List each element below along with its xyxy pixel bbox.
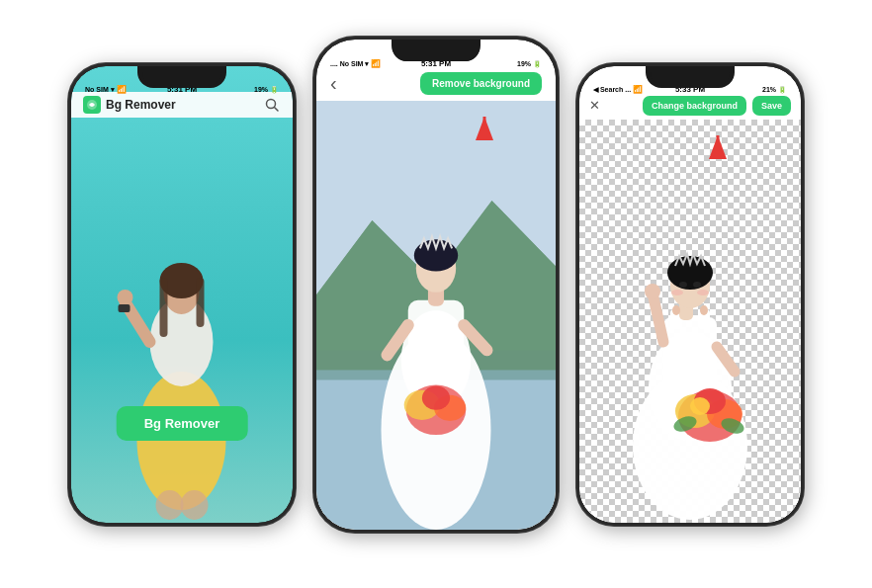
svg-rect-9 [197,278,205,327]
wifi-icon-2: 📶 [371,59,381,68]
status-time-1: 5:31 PM [167,85,197,94]
save-button[interactable]: Save [752,96,791,116]
svg-point-48 [645,284,660,299]
svg-line-47 [654,297,663,342]
nav-bar-2: ‹ Remove background [316,66,556,101]
status-left-2: .... No SIM ▾ 📶 [330,59,381,68]
svg-point-30 [422,385,450,409]
phone-3: ◀ Search ... 📶 5:33 PM 21% 🔋 ✕ Change ba… [576,63,804,526]
notch-1 [142,66,221,86]
svg-point-24 [414,239,458,271]
close-button[interactable]: ✕ [589,98,600,113]
signal-text-1: No SIM ▾ [85,86,115,94]
change-background-button[interactable]: Change background [643,96,746,116]
svg-point-44 [693,282,701,288]
bg-remover-button[interactable]: Bg Remover [117,406,248,441]
phone-2: .... No SIM ▾ 📶 5:31 PM 19% 🔋 ‹ Remove b… [313,37,559,533]
wifi-icon-1: 📶 [117,85,127,94]
phone-frame-1: No SIM ▾ 📶 5:31 PM 19% 🔋 Bg Remover [68,63,296,526]
photo-area-2 [316,101,556,530]
phone-screen-3: ◀ Search ... 📶 5:33 PM 21% 🔋 ✕ Change ba… [579,66,801,523]
svg-rect-8 [160,278,168,337]
svg-point-13 [181,490,209,520]
phone-screen-1: No SIM ▾ 📶 5:31 PM 19% 🔋 Bg Remover [71,66,293,523]
woman-figure-1 [91,125,274,520]
photo-area-3 [579,120,801,523]
notch-2 [392,40,480,61]
notch-3 [651,66,730,86]
svg-point-12 [156,490,184,520]
nav-right-3: Change background Save [643,96,791,116]
signal-text-2: .... No SIM ▾ [330,60,369,68]
svg-point-39 [672,305,680,315]
back-button[interactable]: ‹ [330,72,337,95]
status-time-3: 5:33 PM [675,85,705,94]
signal-text-3: ◀ Search ... [593,86,631,94]
wifi-icon-3: 📶 [633,85,643,94]
bride-figure-3 [596,120,784,523]
status-left-1: No SIM ▾ 📶 [85,85,127,94]
logo-icon [83,96,101,114]
app-name: Bg Remover [106,98,176,112]
status-right-1: 19% 🔋 [254,86,279,94]
app-bar-1: Bg Remover [71,92,293,118]
app-logo: Bg Remover [83,96,176,114]
status-right-2: 19% 🔋 [517,60,542,68]
svg-point-4 [137,372,226,510]
svg-point-43 [679,282,687,288]
nav-left-3: ✕ [589,98,600,113]
photo-area-1: Bg Remover [71,118,293,520]
phone-frame-2: .... No SIM ▾ 📶 5:31 PM 19% 🔋 ‹ Remove b… [313,37,559,533]
svg-line-2 [275,107,279,111]
svg-point-45 [671,290,683,295]
svg-rect-14 [119,304,131,312]
nav-bar-3: ✕ Change background Save [579,92,801,120]
search-icon-1[interactable] [263,96,281,114]
background-2 [316,101,556,530]
svg-point-11 [118,290,133,305]
status-right-3: 21% 🔋 [762,86,787,94]
svg-rect-21 [408,299,465,379]
svg-point-54 [690,397,710,415]
status-left-3: ◀ Search ... 📶 [593,85,643,94]
svg-point-40 [700,305,708,315]
svg-point-46 [697,290,709,295]
phone-frame-3: ◀ Search ... 📶 5:33 PM 21% 🔋 ✕ Change ba… [576,63,804,526]
remove-background-button[interactable]: Remove background [420,72,542,95]
phone-screen-2: .... No SIM ▾ 📶 5:31 PM 19% 🔋 ‹ Remove b… [316,40,556,530]
phone-1: No SIM ▾ 📶 5:31 PM 19% 🔋 Bg Remover [68,63,296,526]
